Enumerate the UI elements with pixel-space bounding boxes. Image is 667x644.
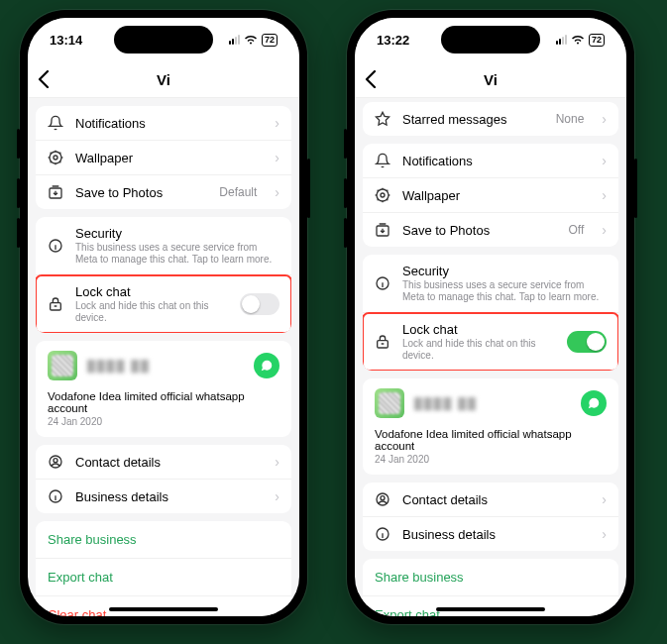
- business-details-row[interactable]: Business details ›: [36, 480, 291, 513]
- business-avatar: [375, 388, 404, 418]
- settings-group-1: Notifications › Wallpaper › Save to Phot…: [363, 144, 618, 247]
- screen: 13:14 72 Vi Notifica: [28, 18, 299, 616]
- save-icon: [48, 184, 63, 200]
- page-title: Vi: [484, 71, 498, 88]
- status-time: 13:14: [50, 33, 82, 48]
- person-icon: [48, 454, 63, 470]
- lock-sub: Lock and hide this chat on this device.: [402, 338, 555, 362]
- signal-icon: [556, 35, 567, 45]
- back-icon[interactable]: [38, 70, 50, 88]
- share-business-button[interactable]: Share business: [36, 521, 291, 559]
- settings-group-1: Notifications › Wallpaper › Save to Phot…: [36, 106, 291, 209]
- starred-row[interactable]: Starred messages None ›: [363, 102, 618, 136]
- export-chat-button[interactable]: Export chat: [363, 596, 618, 616]
- notifications-row[interactable]: Notifications ›: [36, 106, 291, 141]
- phone-frame-left: 13:14 72 Vi Notifica: [20, 10, 307, 624]
- chat-bubble-icon[interactable]: [254, 353, 279, 378]
- lock-toggle[interactable]: [240, 293, 279, 315]
- chat-bubble-icon[interactable]: [581, 390, 607, 416]
- business-desc: Vodafone Idea limited official whatsapp …: [363, 428, 618, 454]
- actions-group-1: Share business Export chat Clear chat: [36, 521, 291, 616]
- save-photos-row[interactable]: Save to Photos Off ›: [363, 213, 618, 247]
- wallpaper-row[interactable]: Wallpaper ›: [363, 178, 618, 213]
- svg-point-9: [381, 193, 385, 197]
- business-name-blurred: ████ ██: [87, 360, 244, 372]
- chevron-right-icon: ›: [602, 491, 607, 507]
- chevron-right-icon: ›: [602, 222, 607, 238]
- chevron-right-icon: ›: [275, 150, 279, 165]
- details-group: Contact details › Business details ›: [363, 483, 618, 551]
- svg-point-1: [54, 156, 57, 160]
- security-sub: This business uses a secure service from…: [402, 279, 607, 303]
- wallpaper-icon: [48, 150, 63, 165]
- screen: 13:22 72 Vi Starred: [355, 18, 626, 616]
- chevron-right-icon: ›: [602, 187, 607, 203]
- starred-value: None: [556, 112, 585, 126]
- notifications-row[interactable]: Notifications ›: [363, 144, 618, 178]
- contact-details-label: Contact details: [402, 492, 590, 507]
- signal-icon: [229, 35, 240, 45]
- lock-icon: [375, 334, 390, 350]
- info-icon: [48, 238, 63, 254]
- contact-details-row[interactable]: Contact details ›: [363, 483, 618, 517]
- nav-header: Vi: [28, 61, 299, 98]
- phone-frame-right: 13:22 72 Vi Starred: [347, 10, 634, 624]
- battery-icon: 72: [262, 34, 278, 47]
- contact-details-label: Contact details: [75, 455, 263, 470]
- battery-icon: 72: [589, 34, 605, 47]
- chevron-right-icon: ›: [275, 115, 279, 131]
- back-icon[interactable]: [365, 70, 377, 88]
- lock-label: Lock chat: [75, 284, 228, 299]
- wallpaper-row[interactable]: Wallpaper ›: [36, 141, 291, 175]
- bell-icon: [48, 115, 63, 131]
- lock-label: Lock chat: [402, 322, 555, 337]
- home-indicator[interactable]: [436, 607, 545, 611]
- business-details-label: Business details: [75, 489, 263, 504]
- security-group: Security This business uses a secure ser…: [36, 217, 291, 333]
- business-name-blurred: ████ ██: [414, 397, 571, 409]
- save-photos-label: Save to Photos: [402, 223, 557, 238]
- wifi-icon: [244, 35, 258, 45]
- security-sub: This business uses a secure service from…: [75, 242, 279, 266]
- share-business-button[interactable]: Share business: [363, 559, 618, 596]
- dynamic-island: [441, 26, 540, 54]
- info-icon: [48, 488, 63, 504]
- notifications-label: Notifications: [75, 116, 263, 131]
- clear-chat-button[interactable]: Clear chat: [36, 596, 291, 616]
- wallpaper-icon: [375, 187, 390, 203]
- save-photos-value: Off: [569, 223, 585, 237]
- chevron-right-icon: ›: [602, 111, 607, 127]
- home-indicator[interactable]: [109, 607, 218, 611]
- svg-point-0: [50, 152, 61, 163]
- save-icon: [375, 222, 390, 238]
- person-icon: [375, 491, 390, 507]
- business-avatar: [48, 351, 77, 380]
- lock-chat-row[interactable]: Lock chat Lock and hide this chat on thi…: [363, 313, 618, 371]
- details-group: Contact details › Business details ›: [36, 445, 291, 513]
- business-desc: Vodafone Idea limited official whatsapp …: [36, 390, 291, 416]
- business-card: ████ ██ Vodafone Idea limited official w…: [363, 378, 618, 475]
- starred-label: Starred messages: [402, 112, 544, 127]
- page-title: Vi: [157, 71, 170, 88]
- security-row[interactable]: Security This business uses a secure ser…: [36, 217, 291, 275]
- svg-point-6: [54, 459, 57, 463]
- save-photos-row[interactable]: Save to Photos Default ›: [36, 175, 291, 209]
- content-scroll[interactable]: Notifications › Wallpaper › Save to Phot…: [28, 98, 299, 616]
- bell-icon: [375, 153, 390, 168]
- chevron-right-icon: ›: [602, 153, 607, 168]
- lock-toggle[interactable]: [567, 331, 607, 353]
- business-details-row[interactable]: Business details ›: [363, 517, 618, 551]
- security-label: Security: [75, 226, 279, 241]
- contact-details-row[interactable]: Contact details ›: [36, 445, 291, 480]
- content-scroll[interactable]: Starred messages None › Notifications › …: [355, 98, 626, 616]
- business-date: 24 Jan 2020: [363, 454, 618, 475]
- chevron-right-icon: ›: [275, 184, 279, 200]
- lock-sub: Lock and hide this chat on this device.: [75, 300, 228, 324]
- export-chat-button[interactable]: Export chat: [36, 559, 291, 596]
- info-icon: [375, 275, 390, 291]
- lock-chat-row[interactable]: Lock chat Lock and hide this chat on thi…: [36, 275, 291, 333]
- notifications-label: Notifications: [402, 154, 590, 168]
- chevron-right-icon: ›: [275, 454, 279, 470]
- status-time: 13:22: [377, 33, 409, 48]
- security-row[interactable]: Security This business uses a secure ser…: [363, 255, 618, 313]
